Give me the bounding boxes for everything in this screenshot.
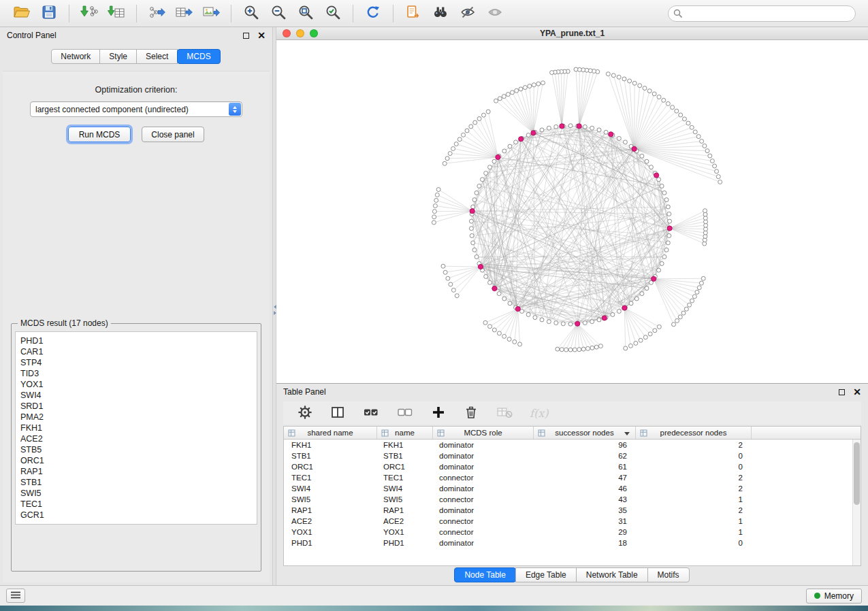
mcds-result-node[interactable]: PHD1 [20,335,252,346]
zoom-fit-button[interactable] [292,3,319,24]
column-header-predecessor-nodes[interactable]: predecessor nodes [636,427,752,439]
mcds-role-cell: dominator [433,441,534,449]
vertical-splitter[interactable] [272,27,276,585]
tab-select[interactable]: Select [136,49,178,64]
table-row[interactable]: TEC1TEC1connector472 [284,472,861,483]
export-network-button[interactable] [143,3,170,24]
tab-edge-table[interactable]: Edge Table [515,567,577,582]
table-scrollbar-thumb[interactable] [854,442,860,505]
table-row[interactable]: RAP1RAP1dominator352 [284,505,861,516]
import-network-button[interactable] [76,3,103,24]
close-window-icon[interactable] [283,29,291,37]
float-table-panel-icon[interactable] [839,389,845,395]
show-graphics-details-button[interactable] [454,3,481,24]
import-table-button[interactable] [103,3,130,24]
tab-network[interactable]: Network [51,49,100,64]
memory-button[interactable]: Memory [806,589,862,604]
gear-button[interactable] [297,403,313,423]
close-table-panel-icon[interactable]: ✕ [853,387,861,397]
mcds-result-node[interactable]: ACE2 [20,433,252,444]
mcds-result-list[interactable]: PHD1CAR1STP4TID3YOX1SWI4SRD1PMA2FKH1ACE2… [15,331,257,525]
table-row[interactable]: PHD1PHD1dominator180 [284,538,861,548]
control-panel-title: Control Panel [7,31,57,40]
application-window: Control Panel ✕ NetworkStyleSelectMCDS O… [0,0,868,606]
add-column-button[interactable] [430,403,447,423]
control-panel-header: Control Panel ✕ [0,27,272,44]
mcds-result-node[interactable]: STP4 [20,357,252,368]
column-header-mcds-role[interactable]: MCDS role [433,427,534,439]
mcds-result-node[interactable]: ORC1 [20,455,252,466]
tab-style[interactable]: Style [99,49,137,64]
predecessor-nodes-cell: 2 [636,506,752,514]
table-row[interactable]: ACE2ACE2connector311 [284,516,861,527]
save-session-button[interactable] [35,3,63,24]
table-scrollbar[interactable] [852,440,861,565]
delete-table-button[interactable] [496,403,513,423]
mcds-result-node[interactable]: SRD1 [20,401,252,412]
tab-motifs[interactable]: Motifs [647,567,690,582]
mcds-result-node[interactable]: PMA2 [20,412,252,423]
open-session-button[interactable] [8,3,35,24]
table-row[interactable]: SWI5SWI5connector431 [284,494,861,505]
mcds-result-node[interactable]: SWI5 [20,488,252,499]
zoom-in-button[interactable] [238,3,265,24]
function-builder-button[interactable]: f(x) [530,403,548,423]
name-cell: YOX1 [377,528,433,536]
table-row[interactable]: ORC1ORC1dominator610 [284,461,861,472]
shared-name-cell: TEC1 [284,474,377,482]
delete-column-button[interactable] [463,403,479,423]
select-all-button[interactable] [362,403,380,423]
search-input[interactable] [668,5,856,22]
find-button[interactable] [427,3,454,24]
name-cell: ORC1 [377,463,433,471]
successor-nodes-cell: 96 [534,441,636,449]
share-document-button[interactable] [400,3,427,24]
minimize-window-icon[interactable] [296,29,304,37]
float-panel-icon[interactable] [243,33,249,39]
mcds-result-node[interactable]: TEC1 [20,499,252,510]
close-panel-icon[interactable]: ✕ [257,31,266,40]
mcds-result-node[interactable]: SWI4 [20,390,252,401]
mcds-result-node[interactable]: YOX1 [20,379,252,390]
column-selector-button[interactable] [329,403,346,423]
column-selector-icon [329,404,346,423]
tab-mcds[interactable]: MCDS [177,49,220,64]
tab-network-table[interactable]: Network Table [576,567,648,582]
maximize-window-icon[interactable] [310,29,318,37]
table-panel-title: Table Panel [283,387,326,397]
export-table-button[interactable] [170,3,197,24]
mcds-result-node[interactable]: STB5 [20,444,252,455]
mcds-result-node[interactable]: STB1 [20,477,252,488]
network-canvas[interactable] [276,40,868,383]
deselect-all-button[interactable] [396,403,414,423]
window-controls [283,29,318,37]
zoom-selected-button[interactable] [319,3,347,24]
column-header-name[interactable]: name [377,427,433,439]
mcds-result-node[interactable]: RAP1 [20,466,252,477]
refresh-button[interactable] [359,3,387,24]
close-panel-button[interactable]: Close panel [142,127,204,142]
desktop-wallpaper [0,606,868,611]
mcds-result-node[interactable]: GCR1 [20,510,252,521]
status-menu-button[interactable] [6,589,25,603]
hide-graphics-button[interactable] [481,3,509,24]
column-header-successor-nodes[interactable]: successor nodes [534,427,636,439]
table-row[interactable]: YOX1YOX1connector291 [284,527,861,538]
memory-status-icon [814,593,820,599]
table-row[interactable]: STB1STB1dominator620 [284,450,861,461]
zoom-out-button[interactable] [265,3,292,24]
tab-node-table[interactable]: Node Table [454,567,516,582]
table-row[interactable]: SWI4SWI4dominator462 [284,483,861,494]
mcds-result-node[interactable]: CAR1 [20,346,252,357]
mcds-result-node[interactable]: TID3 [20,368,252,379]
table-row[interactable]: FKH1FKH1dominator962 [284,440,861,450]
export-image-button[interactable] [197,3,225,24]
splitter-collapse-handle[interactable] [273,302,277,317]
save-session-icon [41,4,57,22]
mcds-role-cell: dominator [433,506,534,514]
mcds-result-node[interactable]: FKH1 [20,423,252,433]
run-mcds-button[interactable]: Run MCDS [68,127,131,142]
export-network-icon [148,4,165,22]
criterion-combobox[interactable]: largest connected component (undirected) [30,101,242,117]
column-header-shared-name[interactable]: shared name [284,427,377,439]
